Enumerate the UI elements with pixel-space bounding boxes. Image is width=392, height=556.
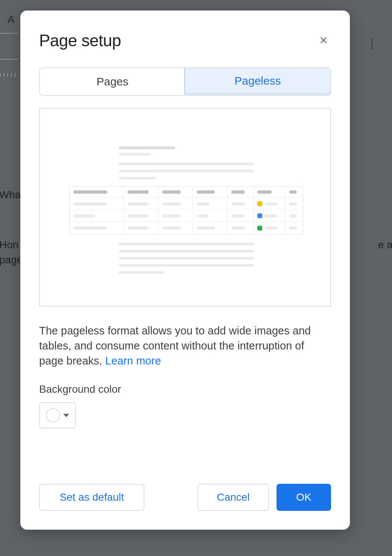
set-as-default-button[interactable]: Set as default xyxy=(39,484,144,511)
dialog-title: Page setup xyxy=(39,31,121,50)
background-text: page xyxy=(0,254,23,266)
tab-pages[interactable]: Pages xyxy=(40,68,185,95)
close-button[interactable] xyxy=(316,33,331,48)
pageless-preview xyxy=(39,108,331,307)
pageless-description: The pageless format allows you to add wi… xyxy=(39,323,331,368)
background-text: Hon xyxy=(0,239,18,251)
background-color-picker[interactable] xyxy=(39,402,76,428)
color-swatch-white xyxy=(46,408,60,422)
ok-button[interactable]: OK xyxy=(277,484,331,511)
background-text: e a xyxy=(378,239,392,251)
dialog-header: Page setup xyxy=(39,31,331,50)
learn-more-link[interactable]: Learn more xyxy=(105,355,161,367)
format-tabs: Pages Pageless xyxy=(39,67,331,96)
background-text: A xyxy=(8,14,15,26)
background-color-label: Background color xyxy=(39,383,331,395)
preview-skeleton xyxy=(119,153,151,156)
preview-table-skeleton xyxy=(69,186,303,234)
background-dropdown-arrow-icon xyxy=(2,43,9,47)
cancel-button[interactable]: Cancel xyxy=(198,484,269,511)
background-bracket-icon: ] xyxy=(368,36,375,51)
background-text: Wha xyxy=(0,189,21,201)
preview-skeleton xyxy=(119,243,254,274)
dropdown-arrow-icon xyxy=(63,414,69,417)
description-text: The pageless format allows you to add wi… xyxy=(39,325,311,367)
tab-pageless[interactable]: Pageless xyxy=(184,67,331,94)
page-setup-dialog: Page setup Pages Pageless xyxy=(20,11,350,530)
preview-skeleton xyxy=(119,163,254,179)
background-dropdown-arrow-icon xyxy=(383,43,390,47)
dialog-footer: Set as default Cancel OK xyxy=(39,484,331,511)
preview-skeleton xyxy=(119,146,175,149)
close-icon xyxy=(318,35,329,46)
background-ruler xyxy=(0,73,18,77)
